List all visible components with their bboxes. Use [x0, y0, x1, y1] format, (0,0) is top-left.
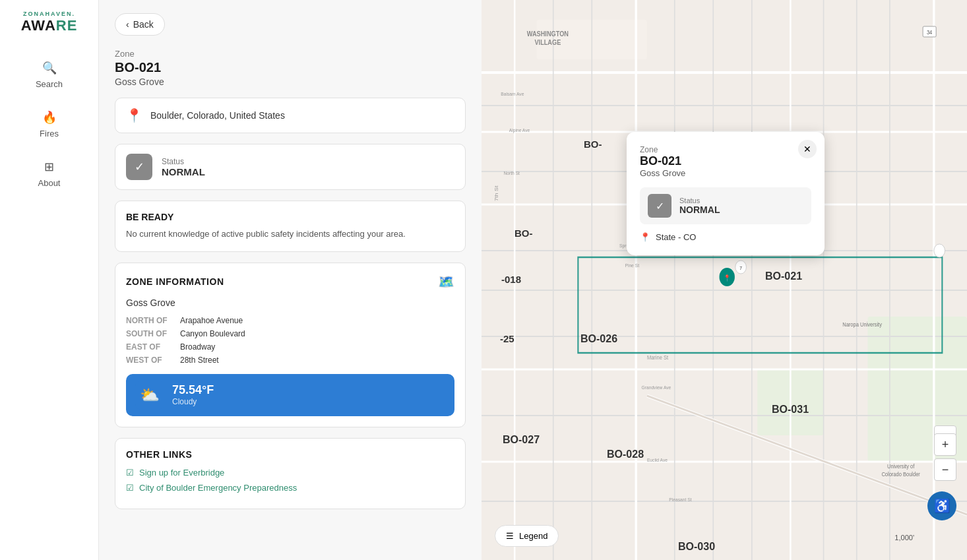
search-icon: 🔍 — [42, 61, 57, 75]
weather-row: ⛅ 75.54°F Cloudy — [126, 374, 454, 416]
sidebar-item-search[interactable]: 🔍 Search — [0, 50, 98, 100]
zoom-out-button[interactable]: − — [934, 458, 956, 481]
boundary-direction: SOUTH OF — [126, 329, 172, 338]
road-network-svg: WASHINGTON VILLAGE 7th St Pine St Spruce… — [482, 0, 967, 560]
popup-status-row: ✓ Status NORMAL — [640, 187, 811, 224]
svg-text:📍: 📍 — [724, 274, 731, 282]
zone-id: BO-021 — [115, 60, 466, 75]
detail-panel: ‹ Back Zone BO-021 Goss Grove 📍 Boulder,… — [99, 0, 482, 560]
popup-state-text: State - CO — [656, 232, 696, 242]
sidebar-item-about[interactable]: ⊞ About — [0, 149, 98, 199]
map-popup: ✕ Zone BO-021 Goss Grove ✓ Status NORMAL… — [627, 132, 825, 255]
location-card: 📍 Boulder, Colorado, United States — [115, 98, 466, 133]
sidebar-item-about-label: About — [38, 178, 61, 188]
logo-top: ZONAHAVEN. — [23, 11, 75, 17]
location-icon: 📍 — [126, 108, 142, 123]
back-chevron-icon: ‹ — [126, 19, 129, 30]
link-check-icon: ☑ — [126, 483, 134, 493]
svg-text:7th St: 7th St — [493, 185, 499, 201]
svg-text:WASHINGTON: WASHINGTON — [527, 30, 569, 38]
svg-point-50 — [934, 244, 945, 257]
zone-info-card: ZONE INFORMATION 🗺️ Goss Grove NORTH OFA… — [115, 263, 466, 427]
status-label: Status — [162, 157, 205, 166]
boundary-direction: EAST OF — [126, 342, 172, 352]
boundary-direction: NORTH OF — [126, 316, 172, 325]
legend-lines-icon: ☰ — [506, 531, 514, 541]
status-value: NORMAL — [162, 166, 205, 177]
sidebar-item-fires[interactable]: 🔥 Fires — [0, 100, 98, 149]
popup-state-row: 📍 State - CO — [640, 232, 811, 242]
popup-status-label: Status — [679, 197, 720, 204]
app-logo: ZONAHAVEN. AWARE — [13, 11, 86, 34]
svg-text:Pine St: Pine St — [625, 262, 639, 268]
popup-zone-id: BO-021 — [640, 154, 811, 168]
popup-close-button[interactable]: ✕ — [798, 140, 817, 158]
svg-text:North St: North St — [503, 170, 519, 176]
svg-text:Euclid Ave: Euclid Ave — [647, 456, 668, 463]
zone-neighborhood: Goss Grove — [126, 297, 454, 308]
other-link-item[interactable]: ☑City of Boulder Emergency Preparedness — [126, 483, 454, 493]
boundary-row: EAST OFBroadway — [126, 342, 454, 352]
map-controls: + − — [934, 433, 956, 481]
boundary-value: Broadway — [180, 342, 215, 352]
svg-text:Colorado Boulder: Colorado Boulder — [881, 470, 920, 478]
accessibility-icon: ♿ — [934, 498, 951, 514]
link-label: City of Boulder Emergency Preparedness — [139, 483, 297, 493]
back-label: Back — [133, 19, 154, 30]
svg-text:7: 7 — [739, 264, 742, 271]
sidebar-item-fires-label: Fires — [40, 129, 59, 139]
svg-text:Marine St: Marine St — [647, 354, 669, 361]
logo-bottom: AWARE — [21, 17, 78, 34]
popup-zone-label: Zone — [640, 145, 811, 154]
popup-status-check: ✓ — [648, 194, 671, 218]
boundary-value: 28th Street — [180, 356, 219, 365]
zone-info-title: ZONE INFORMATION — [126, 276, 224, 287]
svg-text:VILLAGE: VILLAGE — [534, 38, 561, 46]
about-icon: ⊞ — [44, 160, 54, 174]
weather-desc: Cloudy — [172, 397, 214, 406]
boundary-value: Arapahoe Avenue — [180, 316, 243, 325]
accessibility-button[interactable]: ♿ — [927, 491, 956, 520]
svg-text:Alpine Ave: Alpine Ave — [509, 127, 530, 133]
zone-label: Zone — [115, 49, 466, 59]
location-text: Boulder, Colorado, United States — [150, 110, 285, 121]
svg-text:University of: University of — [887, 462, 915, 470]
legend-label: Legend — [519, 531, 547, 541]
be-ready-text: No current knowledge of active public sa… — [126, 228, 454, 241]
status-card: ✓ Status NORMAL — [115, 144, 466, 190]
legend-button[interactable]: ☰ Legend — [495, 525, 559, 547]
zone-name: Goss Grove — [115, 77, 466, 87]
svg-text:Grandview Ave: Grandview Ave — [642, 384, 671, 390]
weather-temp: 75.54°F — [172, 383, 214, 397]
popup-zone-name: Goss Grove — [640, 168, 811, 178]
zoom-in-button[interactable]: + — [934, 433, 956, 456]
popup-status-value: NORMAL — [679, 204, 720, 215]
scale-indicator: 1,000' — [894, 534, 914, 542]
zone-info-map-icon: 🗺️ — [438, 274, 454, 290]
back-button[interactable]: ‹ Back — [115, 13, 165, 36]
sidebar-item-search-label: Search — [36, 79, 63, 89]
other-links-title: OTHER LINKS — [126, 449, 454, 460]
sidebar: ZONAHAVEN. AWARE 🔍 Search 🔥 Fires ⊞ Abou… — [0, 0, 99, 560]
link-label: Sign up for Everbridge — [139, 468, 224, 478]
boundary-direction: WEST OF — [126, 356, 172, 365]
svg-text:Balsam Ave: Balsam Ave — [501, 90, 524, 97]
be-ready-card: BE READY No current knowledge of active … — [115, 201, 466, 252]
other-link-item[interactable]: ☑Sign up for Everbridge — [126, 468, 454, 478]
boundary-row: SOUTH OFCanyon Boulevard — [126, 329, 454, 338]
boundary-row: WEST OF28th Street — [126, 356, 454, 365]
weather-icon: ⛅ — [135, 381, 164, 410]
popup-location-icon: 📍 — [640, 232, 650, 242]
map-area[interactable]: WASHINGTON VILLAGE 7th St Pine St Spruce… — [482, 0, 967, 560]
status-check-icon: ✓ — [126, 154, 152, 180]
svg-text:Naropa University: Naropa University — [842, 321, 882, 328]
link-check-icon: ☑ — [126, 468, 134, 478]
other-links-card: OTHER LINKS ☑Sign up for Everbridge☑City… — [115, 438, 466, 509]
svg-text:34: 34 — [927, 28, 933, 36]
svg-text:Pleasant St: Pleasant St — [669, 496, 691, 503]
boundary-value: Canyon Boulevard — [180, 329, 245, 338]
fire-icon: 🔥 — [42, 110, 57, 125]
boundary-row: NORTH OFArapahoe Avenue — [126, 316, 454, 325]
be-ready-title: BE READY — [126, 212, 454, 222]
